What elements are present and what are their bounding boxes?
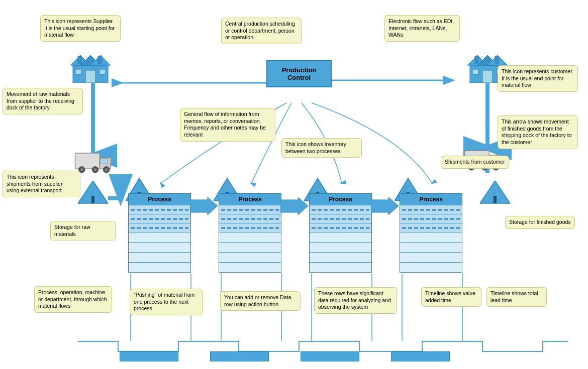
callout-shipments: Shipments from customer bbox=[441, 156, 509, 169]
triangle-finished bbox=[480, 181, 510, 208]
process-row-1b bbox=[128, 214, 191, 223]
timeline-block-1 bbox=[120, 351, 178, 361]
callout-info-flow: General flow of information from memos, … bbox=[180, 108, 275, 142]
callout-storage-raw: Storage for raw materials bbox=[50, 221, 116, 240]
process-empty-2d bbox=[219, 263, 281, 273]
callout-transport-text: This icon represents shipments from supp… bbox=[7, 174, 62, 193]
callout-process-text: Process, operation, machine or departmen… bbox=[38, 289, 107, 309]
process-empty-3c bbox=[309, 253, 372, 263]
callout-supplier-transport: This icon represents shipments from supp… bbox=[3, 171, 80, 197]
push-arrow-1 bbox=[190, 197, 218, 215]
canvas: Production Control Process bbox=[0, 0, 588, 369]
callout-data-row-text: You can add or remove Data row using act… bbox=[224, 294, 291, 307]
svg-point-38 bbox=[94, 168, 96, 171]
process-empty-4b bbox=[400, 242, 462, 253]
svg-rect-20 bbox=[85, 70, 95, 83]
callout-electronic-text: Electronic flow such as EDI, Internet, i… bbox=[388, 18, 454, 38]
process-label-4: Process bbox=[400, 193, 462, 205]
callout-inventory-text: This icon shows Inventory between two pr… bbox=[285, 141, 346, 154]
process-empty-3d bbox=[309, 263, 372, 273]
process-row-2b bbox=[219, 214, 281, 223]
process-empty-4a bbox=[400, 232, 462, 242]
svg-rect-18 bbox=[78, 56, 81, 64]
process-row-2c bbox=[219, 223, 281, 232]
callout-customer: This icon represents customer. It is the… bbox=[498, 65, 578, 92]
callout-significant-text: These rows have significant data require… bbox=[318, 290, 391, 310]
callout-push: "Pushing" of material from one process t… bbox=[130, 289, 203, 315]
callout-storage-finished-text: Storage for finished goods bbox=[509, 219, 571, 225]
svg-point-40 bbox=[105, 168, 108, 171]
process-empty-4c bbox=[400, 253, 462, 263]
production-control-box: Production Control bbox=[266, 60, 332, 87]
process-row-1a bbox=[128, 205, 191, 214]
process-empty-1c bbox=[128, 253, 191, 263]
svg-rect-61 bbox=[494, 196, 497, 203]
svg-rect-51 bbox=[91, 196, 94, 203]
svg-point-36 bbox=[80, 168, 83, 171]
process-row-3a bbox=[309, 205, 372, 214]
process-empty-2a bbox=[219, 232, 281, 242]
svg-rect-22 bbox=[100, 69, 106, 74]
process-row-3c bbox=[309, 223, 372, 232]
svg-rect-30 bbox=[472, 69, 478, 74]
callout-timeline-lead-text: Timeline shows total lead time bbox=[491, 290, 538, 303]
process-empty-1d bbox=[128, 263, 191, 273]
callout-prod-control: Central production scheduling or control… bbox=[221, 18, 302, 44]
triangle-raw bbox=[78, 181, 108, 208]
callout-inventory: This icon shows Inventory between two pr… bbox=[281, 138, 362, 158]
process-empty-4d bbox=[400, 263, 462, 273]
callout-customer-text: This icon represents customer. It is the… bbox=[502, 68, 573, 88]
svg-marker-64 bbox=[371, 197, 399, 215]
timeline-block-2 bbox=[210, 351, 269, 361]
process-box-1: Process bbox=[128, 193, 191, 273]
svg-marker-63 bbox=[280, 197, 308, 215]
process-row-2a bbox=[219, 205, 281, 214]
supplier-factory bbox=[70, 50, 111, 83]
callout-storage-raw-text: Storage for raw materials bbox=[54, 224, 90, 237]
svg-rect-27 bbox=[475, 56, 478, 64]
process-box-2: Process bbox=[219, 193, 281, 273]
callout-prod-text: Central production scheduling or control… bbox=[225, 21, 295, 40]
svg-rect-21 bbox=[75, 69, 81, 74]
process-empty-3a bbox=[309, 232, 372, 242]
svg-rect-29 bbox=[482, 70, 493, 83]
process-row-4a bbox=[400, 205, 462, 214]
callout-storage-finished: Storage for finished goods bbox=[505, 216, 575, 229]
callout-timeline-value: Timeline shows value added time bbox=[421, 287, 481, 307]
callout-finished-text: This arrow shows movement of finished go… bbox=[502, 118, 572, 145]
process-box-3: Process bbox=[309, 193, 372, 273]
callout-push-text: "Pushing" of material from one process t… bbox=[134, 292, 194, 311]
callout-info-text: General flow of information from memos, … bbox=[184, 111, 266, 138]
push-arrow-2 bbox=[280, 197, 308, 215]
process-empty-3b bbox=[309, 242, 372, 253]
prod-control-label: Production Control bbox=[282, 66, 317, 81]
callout-finished-movement: This arrow shows movement of finished go… bbox=[498, 115, 578, 149]
timeline-block-4 bbox=[391, 351, 450, 361]
process-empty-1b bbox=[128, 242, 191, 253]
process-empty-2c bbox=[219, 253, 281, 263]
process-row-3b bbox=[309, 214, 372, 223]
process-row-4c bbox=[400, 223, 462, 232]
svg-rect-34 bbox=[101, 159, 108, 164]
process-row-1c bbox=[128, 223, 191, 232]
callout-timeline-value-text: Timeline shows value added time bbox=[425, 290, 475, 303]
process-label-3: Process bbox=[309, 193, 372, 205]
callout-raw-movement: Movement of raw materials from supplier … bbox=[3, 88, 83, 114]
callout-data-row: You can add or remove Data row using act… bbox=[220, 291, 301, 311]
process-empty-2b bbox=[219, 242, 281, 253]
callout-significant-rows: These rows have significant data require… bbox=[314, 287, 397, 314]
svg-rect-19 bbox=[98, 56, 102, 64]
callout-supplier: This icon represents Supplier. It is the… bbox=[40, 15, 121, 42]
callout-supplier-text: This icon represents Supplier. It is the… bbox=[44, 18, 115, 38]
process-label-2: Process bbox=[219, 193, 281, 205]
callout-raw-movement-text: Movement of raw materials from supplier … bbox=[7, 91, 74, 110]
svg-marker-62 bbox=[190, 197, 218, 215]
process-box-4: Process bbox=[400, 193, 462, 273]
push-arrow-3 bbox=[371, 197, 399, 215]
process-label-1: Process bbox=[128, 193, 191, 205]
callout-shipments-text: Shipments from customer bbox=[445, 159, 505, 165]
process-empty-1a bbox=[128, 232, 191, 242]
callout-electronic: Electronic flow such as EDI, Internet, i… bbox=[384, 15, 460, 42]
process-row-4b bbox=[400, 214, 462, 223]
callout-timeline-lead: Timeline shows total lead time bbox=[486, 287, 547, 307]
